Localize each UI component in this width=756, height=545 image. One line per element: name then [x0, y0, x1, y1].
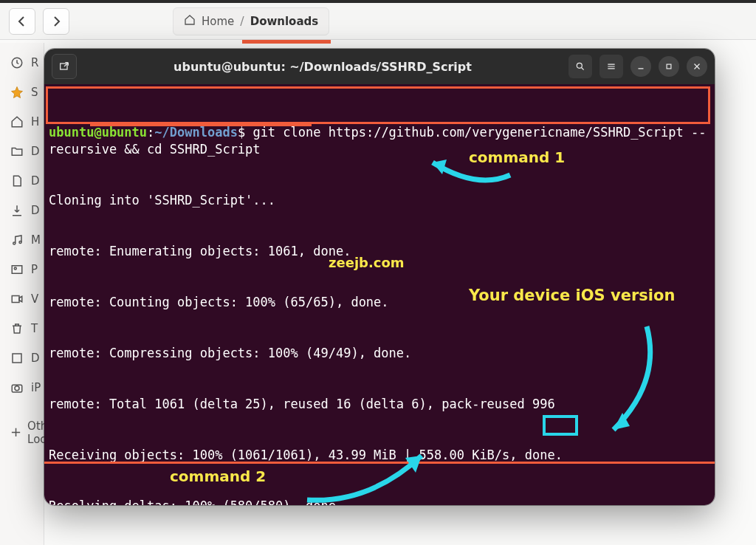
download-icon: [10, 204, 24, 217]
plus-icon: +: [10, 425, 21, 440]
svg-point-10: [577, 63, 582, 68]
new-tab-button[interactable]: [52, 54, 77, 79]
svg-rect-11: [667, 64, 671, 69]
home-icon: [184, 14, 196, 29]
sidebar-item-folder-1[interactable]: D: [10, 145, 33, 158]
prompt-path: ~/Downloads: [154, 125, 238, 140]
annotation-arrow-ios: [546, 306, 673, 462]
terminal-body[interactable]: ubuntu@ubuntu:~/Downloads$ git clone htt…: [44, 84, 715, 505]
sidebar-item-device-iphone[interactable]: iP: [10, 381, 33, 394]
sidebar-item-label: M: [31, 233, 41, 247]
video-icon: [10, 292, 24, 306]
minimize-icon: [636, 61, 646, 72]
window-maximize-button[interactable]: [659, 56, 679, 77]
annotation-label-brand: zeejb.com: [329, 254, 405, 271]
svg-point-2: [19, 241, 21, 244]
annotation-label-ios: Your device iOS version: [469, 287, 675, 304]
breadcrumb-downloads[interactable]: Downloads: [250, 15, 319, 28]
window-minimize-button[interactable]: [630, 56, 651, 77]
annotation-underline-cmd1: [90, 124, 312, 126]
nav-forward-button[interactable]: [43, 8, 69, 35]
star-icon: [10, 86, 24, 99]
sidebar-item-music[interactable]: M: [10, 233, 33, 247]
sidebar-item-recent[interactable]: R: [10, 56, 33, 69]
terminal-menu-button[interactable]: [599, 55, 623, 78]
svg-rect-6: [13, 354, 21, 363]
sidebar-item-label: D: [31, 174, 40, 188]
sidebar-item-device-1[interactable]: D: [10, 352, 33, 365]
sidebar-item-label: R: [31, 56, 38, 69]
document-icon: [10, 174, 24, 188]
sidebar-item-label: V: [31, 292, 38, 306]
terminal-search-button[interactable]: [568, 55, 592, 78]
nav-back-button[interactable]: [9, 8, 35, 35]
camera-icon: [10, 381, 24, 394]
maximize-icon: [664, 61, 674, 72]
picture-icon: [10, 263, 24, 276]
svg-point-8: [15, 386, 19, 391]
sidebar-item-label: D: [31, 204, 40, 217]
clock-icon: [10, 56, 24, 69]
terminal-title: ubuntu@ubuntu: ~/Downloads/SSHRD_Script: [84, 60, 561, 74]
sidebar-item-downloads[interactable]: D: [10, 204, 33, 217]
trash-icon: [10, 322, 24, 335]
sidebar-other-locations[interactable]: + Other Locations: [10, 419, 33, 446]
sidebar-item-documents[interactable]: D: [10, 174, 33, 188]
svg-point-4: [14, 267, 16, 270]
breadcrumb-home[interactable]: Home: [202, 15, 234, 28]
svg-rect-5: [12, 296, 19, 303]
folder-icon: [10, 145, 24, 158]
annotation-highlight-cmd1: [46, 86, 710, 124]
close-icon: [692, 61, 702, 72]
annotation-label-cmd2: command 2: [170, 468, 266, 485]
svg-rect-3: [12, 266, 22, 274]
sidebar-item-home[interactable]: H: [10, 115, 33, 128]
window-close-button[interactable]: [687, 56, 707, 77]
sidebar-item-pictures[interactable]: P: [10, 263, 33, 276]
sidebar-item-label: D: [31, 145, 40, 158]
sidebar-item-label: D: [31, 352, 40, 365]
sidebar-item-label: H: [31, 115, 39, 128]
chevron-right-icon: [50, 16, 62, 27]
sidebar-item-starred[interactable]: S: [10, 86, 33, 99]
sidebar-item-trash[interactable]: T: [10, 322, 33, 335]
sidebar-item-label: T: [31, 322, 38, 335]
annotation-underline-breadcrumb: [242, 40, 331, 44]
sidebar-item-label: P: [31, 263, 38, 276]
file-manager-sidebar: R S H D D D M P: [0, 43, 44, 545]
music-icon: [10, 233, 24, 247]
disk-icon: [10, 352, 24, 365]
terminal-titlebar[interactable]: ubuntu@ubuntu: ~/Downloads/SSHRD_Script: [44, 49, 715, 84]
sidebar-item-label: S: [31, 86, 38, 99]
home-icon: [10, 115, 24, 128]
file-manager-header: Home / Downloads: [0, 3, 756, 40]
terminal-window: ubuntu@ubuntu: ~/Downloads/SSHRD_Script …: [44, 49, 715, 505]
annotation-arrow-cmd1: [369, 132, 525, 215]
breadcrumb-separator: /: [240, 14, 244, 28]
annotation-arrow-cmd2: [258, 420, 444, 505]
prompt-user: ubuntu@ubuntu: [49, 125, 147, 140]
search-icon: [575, 61, 585, 72]
svg-point-1: [13, 242, 16, 244]
sidebar-item-label: iP: [31, 381, 41, 394]
breadcrumb[interactable]: Home / Downloads: [173, 7, 329, 35]
sidebar-item-videos[interactable]: V: [10, 292, 33, 306]
hamburger-icon: [606, 61, 616, 72]
chevron-left-icon: [16, 16, 28, 27]
new-tab-icon: [58, 61, 70, 72]
